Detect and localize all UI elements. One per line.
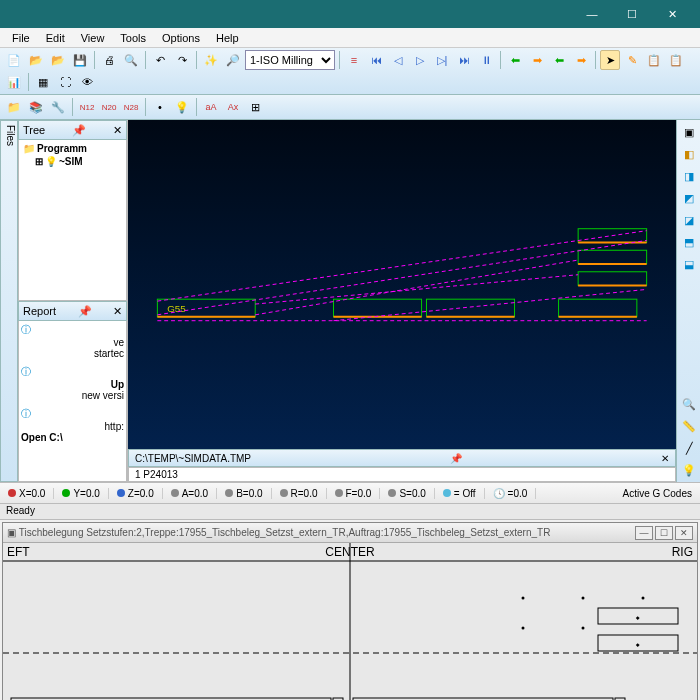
minimize-button[interactable]: —: [572, 0, 612, 28]
ruler-center: CENTER: [325, 545, 374, 559]
ruler-right: RIG: [672, 545, 693, 559]
pencil-icon[interactable]: ✎: [622, 50, 642, 70]
clock-icon: 🕓: [493, 488, 505, 499]
folder-icon[interactable]: 📁: [4, 97, 24, 117]
aa-icon[interactable]: aA: [201, 97, 221, 117]
undo-icon[interactable]: ↶: [150, 50, 170, 70]
bulb-icon: 💡: [45, 156, 57, 167]
svg-line-15: [157, 240, 646, 314]
cube6-icon[interactable]: ⬓: [679, 254, 699, 274]
subwin-titlebar: ▣ Tischbelegung Setzstufen:2,Treppe:1795…: [3, 523, 697, 543]
redo-icon[interactable]: ↷: [172, 50, 192, 70]
tree-pin-icon[interactable]: 📌: [72, 124, 86, 137]
menu-tools[interactable]: Tools: [112, 30, 154, 46]
subwin-close[interactable]: ✕: [675, 526, 693, 540]
view-icon[interactable]: 👁: [77, 72, 97, 92]
search-icon[interactable]: 🔎: [223, 50, 243, 70]
menu-help[interactable]: Help: [208, 30, 247, 46]
arrow-left-icon[interactable]: ⬅: [505, 50, 525, 70]
title-bar: — ☐ ✕: [0, 0, 700, 28]
report-panel-header: Report 📌 ✕: [18, 301, 127, 321]
svg-rect-12: [578, 272, 647, 286]
point-icon[interactable]: •: [150, 97, 170, 117]
n2-icon[interactable]: N20: [99, 97, 119, 117]
operation-select[interactable]: 1-ISO Milling: [245, 50, 335, 70]
toolbar-1: 📄 📂 📂 💾 🖨 🔍 ↶ ↷ ✨ 🔎 1-ISO Milling ≡ ⏮ ◁ …: [0, 48, 700, 95]
menu-edit[interactable]: Edit: [38, 30, 73, 46]
print-icon[interactable]: 🖨: [99, 50, 119, 70]
plus-icon[interactable]: ⊞: [35, 156, 43, 167]
folder-icon: 📁: [23, 143, 35, 154]
svg-point-37: [522, 597, 525, 600]
info-icon: ⓘ: [21, 407, 31, 421]
active-g-codes[interactable]: Active G Codes: [615, 488, 700, 499]
preview-icon[interactable]: 🔍: [121, 50, 141, 70]
fit-icon[interactable]: ⛶: [55, 72, 75, 92]
arrow-left2-icon[interactable]: ⬅: [549, 50, 569, 70]
ruler-left: EFT: [7, 545, 30, 559]
files-tab[interactable]: Files: [0, 120, 18, 482]
skip-first-icon[interactable]: ⏮: [366, 50, 386, 70]
svg-point-38: [582, 597, 585, 600]
save-icon[interactable]: 💾: [70, 50, 90, 70]
step-back-icon[interactable]: ◁: [388, 50, 408, 70]
skip-last-icon[interactable]: ⏭: [454, 50, 474, 70]
table-icon[interactable]: ⊞: [245, 97, 265, 117]
tree-item-sim[interactable]: ⊞ 💡 ~SIM: [21, 155, 124, 168]
tree-panel: 📁 Programm ⊞ 💡 ~SIM: [18, 140, 127, 301]
layers-icon[interactable]: 📚: [26, 97, 46, 117]
main-area: Files Tree 📌 ✕ 📁 Programm ⊞ 💡 ~SIM Repo: [0, 120, 700, 482]
chart-icon[interactable]: 📊: [4, 72, 24, 92]
step-fwd-icon[interactable]: ▷|: [432, 50, 452, 70]
cube-icon[interactable]: ◧: [679, 144, 699, 164]
subwin-body[interactable]: EFT CENTER RIG ⬥⬥ ⬥⬥ ⬥⬥: [3, 543, 697, 700]
n3-icon[interactable]: N28: [121, 97, 141, 117]
copy-icon[interactable]: 📋: [644, 50, 664, 70]
wand-icon[interactable]: ✨: [201, 50, 221, 70]
cube5-icon[interactable]: ⬒: [679, 232, 699, 252]
report-panel: ⓘ ve startec ⓘ Up new versi ⓘ http: Open…: [18, 321, 127, 482]
subwin-minimize[interactable]: —: [635, 526, 653, 540]
report-close-icon[interactable]: ✕: [113, 305, 122, 318]
new-icon[interactable]: 📄: [4, 50, 24, 70]
subwin-icon: ▣: [7, 527, 16, 538]
file-path: C:\TEMP\~SIMDATA.TMP: [135, 453, 251, 464]
close-button[interactable]: ✕: [652, 0, 692, 28]
paste-icon[interactable]: 📋: [666, 50, 686, 70]
report-pin-icon[interactable]: 📌: [78, 305, 92, 318]
play-icon[interactable]: ▷: [410, 50, 430, 70]
open2-icon[interactable]: 📂: [48, 50, 68, 70]
arrow-right2-icon[interactable]: ➡: [571, 50, 591, 70]
filepath-close-icon[interactable]: ✕: [661, 453, 669, 464]
zoom-icon[interactable]: 🔍: [679, 394, 699, 414]
measure-icon[interactable]: 📏: [679, 416, 699, 436]
cube4-icon[interactable]: ◪: [679, 210, 699, 230]
filepath-pin-icon[interactable]: 📌: [450, 453, 462, 464]
open-icon[interactable]: 📂: [26, 50, 46, 70]
cube3-icon[interactable]: ◩: [679, 188, 699, 208]
bulb-icon[interactable]: 💡: [172, 97, 192, 117]
arrow-right-icon[interactable]: ➡: [527, 50, 547, 70]
n1-icon[interactable]: N12: [77, 97, 97, 117]
menu-file[interactable]: File: [4, 30, 38, 46]
tree-panel-header: Tree 📌 ✕: [18, 120, 127, 140]
cube2-icon[interactable]: ◨: [679, 166, 699, 186]
maximize-button[interactable]: ☐: [612, 0, 652, 28]
box-icon[interactable]: ▣: [679, 122, 699, 142]
svg-point-39: [642, 597, 645, 600]
pointer-icon[interactable]: ➤: [600, 50, 620, 70]
subwin-maximize[interactable]: ☐: [655, 526, 673, 540]
grid-icon[interactable]: ▦: [33, 72, 53, 92]
tool-icon[interactable]: 🔧: [48, 97, 68, 117]
tree-item-programm[interactable]: 📁 Programm: [21, 142, 124, 155]
tree-close-icon[interactable]: ✕: [113, 124, 122, 137]
cnc-viewport[interactable]: G55: [128, 120, 676, 449]
svg-line-16: [255, 260, 578, 315]
menu-view[interactable]: View: [73, 30, 113, 46]
ax-icon[interactable]: Ax: [223, 97, 243, 117]
bulb2-icon[interactable]: 💡: [679, 460, 699, 480]
line-icon[interactable]: ╱: [679, 438, 699, 458]
list-icon[interactable]: ≡: [344, 50, 364, 70]
menu-options[interactable]: Options: [154, 30, 208, 46]
pause-icon[interactable]: ⏸: [476, 50, 496, 70]
